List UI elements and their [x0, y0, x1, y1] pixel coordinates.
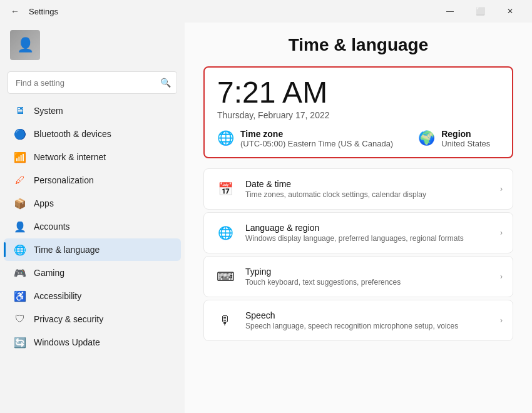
- sidebar-item-update[interactable]: 🔄 Windows Update: [4, 331, 181, 354]
- sidebar-item-time[interactable]: 🌐 Time & language: [4, 238, 181, 261]
- avatar-image: 👤: [10, 30, 40, 60]
- minimize-button[interactable]: —: [436, 1, 464, 21]
- apps-icon: 📦: [14, 197, 26, 210]
- setting-card-typing[interactable]: ⌨ Typing Touch keyboard, text suggestion…: [203, 256, 513, 297]
- language-desc: Windows display language, preferred lang…: [245, 234, 500, 243]
- close-button[interactable]: ✕: [496, 1, 524, 21]
- system-icon: 🖥: [14, 105, 26, 117]
- timezone-label: Time zone: [240, 129, 393, 139]
- region-icon: 🌍: [418, 130, 435, 146]
- sidebar-label-network: Network & internet: [34, 152, 171, 162]
- page-title: Time & language: [203, 35, 513, 55]
- current-time: 7:21 AM: [217, 78, 499, 108]
- sidebar-item-privacy[interactable]: 🛡 Privacy & security: [4, 308, 181, 330]
- search-box: 🔍: [8, 71, 177, 94]
- maximize-button[interactable]: ⬜: [466, 1, 494, 21]
- gaming-icon: 🎮: [14, 267, 26, 279]
- avatar: 👤: [10, 30, 40, 60]
- sidebar-item-system[interactable]: 🖥 System: [4, 99, 181, 122]
- sidebar-label-gaming: Gaming: [34, 268, 171, 278]
- speech-desc: Speech language, speech recognition micr…: [245, 322, 500, 330]
- datetime-text: Date & time Time zones, automatic clock …: [245, 179, 500, 199]
- back-button[interactable]: ←: [8, 4, 23, 19]
- sidebar-label-accessibility: Accessibility: [34, 291, 171, 301]
- region-text: Region United States: [441, 129, 490, 148]
- setting-cards-list: 📅 Date & time Time zones, automatic cloc…: [203, 168, 513, 341]
- typing-desc: Touch keyboard, text suggestions, prefer…: [245, 278, 500, 287]
- update-icon: 🔄: [14, 336, 26, 349]
- sidebar-label-system: System: [34, 106, 171, 116]
- sidebar-item-network[interactable]: 📶 Network & internet: [4, 146, 181, 168]
- app-body: 👤 🔍 🖥 System 🔵 Bluetooth & devices 📶 Net…: [0, 23, 532, 413]
- search-input[interactable]: [8, 71, 177, 94]
- bluetooth-icon: 🔵: [14, 128, 26, 140]
- typing-title: Typing: [245, 267, 500, 277]
- sidebar-item-accessibility[interactable]: ♿ Accessibility: [4, 285, 181, 307]
- hero-card: 7:21 AM Thursday, February 17, 2022 🌐 Ti…: [203, 66, 513, 158]
- sidebar-label-apps: Apps: [34, 198, 171, 208]
- speech-chevron: ›: [500, 316, 503, 325]
- sidebar-label-accounts: Accounts: [34, 222, 171, 232]
- typing-chevron: ›: [500, 272, 503, 281]
- time-icon: 🌐: [14, 243, 26, 256]
- setting-card-speech[interactable]: 🎙 Speech Speech language, speech recogni…: [203, 300, 513, 341]
- accessibility-icon: ♿: [14, 290, 26, 302]
- sidebar-label-time: Time & language: [34, 245, 171, 255]
- typing-icon: ⌨: [214, 265, 237, 288]
- timezone-value: (UTC-05:00) Eastern Time (US & Canada): [240, 139, 393, 148]
- app-title: Settings: [29, 7, 429, 16]
- speech-text: Speech Speech language, speech recogniti…: [245, 310, 500, 330]
- language-title: Language & region: [245, 223, 500, 233]
- timezone-info: 🌐 Time zone (UTC-05:00) Eastern Time (US…: [217, 129, 393, 148]
- datetime-icon: 📅: [214, 178, 237, 200]
- privacy-icon: 🛡: [14, 313, 26, 325]
- timezone-icon: 🌐: [217, 130, 234, 146]
- typing-text: Typing Touch keyboard, text suggestions,…: [245, 267, 500, 287]
- network-icon: 📶: [14, 151, 26, 163]
- sidebar-item-gaming[interactable]: 🎮 Gaming: [4, 262, 181, 284]
- timezone-text: Time zone (UTC-05:00) Eastern Time (US &…: [240, 129, 393, 148]
- speech-title: Speech: [245, 310, 500, 320]
- window-controls: — ⬜ ✕: [436, 1, 524, 21]
- region-info: 🌍 Region United States: [418, 129, 490, 148]
- hero-info-row: 🌐 Time zone (UTC-05:00) Eastern Time (US…: [217, 129, 499, 148]
- sidebar: 👤 🔍 🖥 System 🔵 Bluetooth & devices 📶 Net…: [0, 23, 185, 413]
- datetime-chevron: ›: [500, 185, 503, 193]
- sidebar-label-privacy: Privacy & security: [34, 314, 171, 324]
- sidebar-item-bluetooth[interactable]: 🔵 Bluetooth & devices: [4, 123, 181, 145]
- accounts-icon: 👤: [14, 220, 26, 233]
- speech-icon: 🎙: [214, 309, 237, 332]
- language-text: Language & region Windows display langua…: [245, 223, 500, 243]
- sidebar-nav: 🖥 System 🔵 Bluetooth & devices 📶 Network…: [0, 99, 185, 354]
- sidebar-label-update: Windows Update: [34, 337, 171, 347]
- sidebar-item-accounts[interactable]: 👤 Accounts: [4, 215, 181, 238]
- language-chevron: ›: [500, 228, 503, 237]
- sidebar-label-bluetooth: Bluetooth & devices: [34, 129, 171, 139]
- setting-card-language[interactable]: 🌐 Language & region Windows display lang…: [203, 212, 513, 253]
- setting-card-datetime[interactable]: 📅 Date & time Time zones, automatic cloc…: [203, 168, 513, 210]
- region-value: United States: [441, 139, 490, 148]
- current-date: Thursday, February 17, 2022: [217, 110, 499, 120]
- sidebar-item-apps[interactable]: 📦 Apps: [4, 192, 181, 215]
- datetime-title: Date & time: [245, 179, 500, 189]
- sidebar-item-personalization[interactable]: 🖊 Personalization: [4, 169, 181, 191]
- region-label: Region: [441, 129, 490, 139]
- main-content: Time & language 7:21 AM Thursday, Februa…: [185, 23, 532, 413]
- datetime-desc: Time zones, automatic clock settings, ca…: [245, 190, 500, 199]
- personalization-icon: 🖊: [14, 174, 26, 186]
- sidebar-label-personalization: Personalization: [34, 175, 171, 185]
- title-bar: ← Settings — ⬜ ✕: [0, 0, 532, 23]
- language-icon: 🌐: [214, 222, 237, 244]
- user-avatar-section: 👤: [0, 23, 185, 68]
